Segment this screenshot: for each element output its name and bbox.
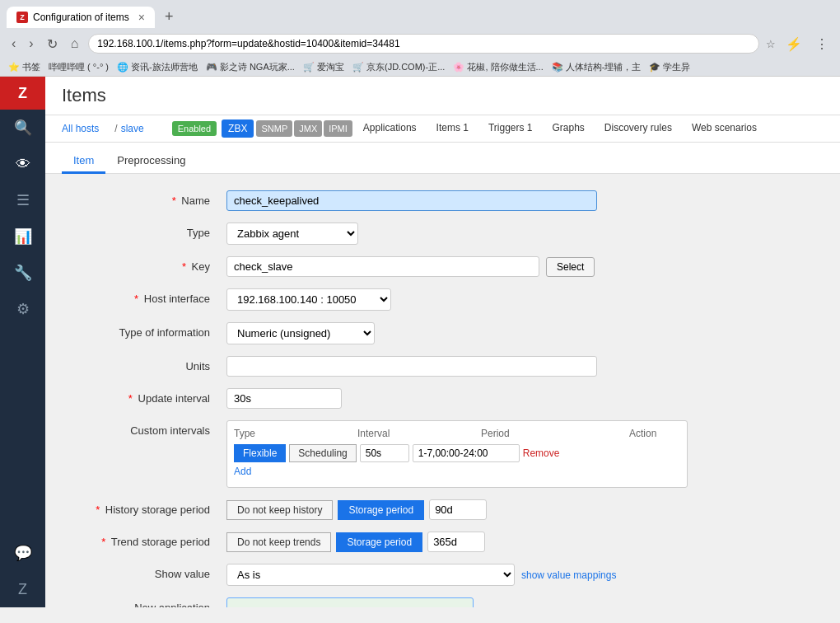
bookmark-7[interactable]: 🌸 花椒, 陪你做生活... [453, 61, 543, 73]
type-label: Type [62, 222, 226, 239]
trend-label: * Trend storage period [62, 532, 226, 548]
show-value-mappings-link[interactable]: show value mappings [521, 569, 616, 581]
menu-button[interactable]: ⋮ [812, 35, 832, 54]
ci-period-input[interactable] [413, 444, 520, 462]
bookmark-4[interactable]: 🎮 影之诗 NGA玩家... [206, 61, 295, 73]
ci-remove-link[interactable]: Remove [523, 447, 560, 459]
new-application-label: New application [62, 597, 226, 607]
bookmark-8[interactable]: 📚 人体结构-埋辅，主 [552, 61, 642, 73]
update-interval-label: * Update interval [62, 388, 226, 405]
ci-header: Type Interval Period Action [234, 428, 680, 439]
bookmark-6[interactable]: 🛒 京东(JD.COM)-正... [352, 61, 445, 73]
sidebar-gear-icon[interactable]: ⚙ [0, 291, 45, 327]
ci-scheduling-button[interactable]: Scheduling [289, 444, 356, 462]
sidebar-chat-icon[interactable]: 💬 [0, 535, 45, 571]
bookmark-3[interactable]: 🌐 资讯-旅法师营地 [117, 61, 198, 73]
sidebar-menu-icon[interactable]: ☰ [0, 182, 45, 218]
nav-tab-items[interactable]: Items 1 [427, 115, 478, 142]
show-value-select[interactable]: As is [226, 564, 515, 586]
nav-tab-web[interactable]: Web scenarios [682, 115, 767, 142]
ci-row-1: Flexible Scheduling Remove [234, 444, 680, 462]
history-storage-button[interactable]: Storage period [338, 500, 424, 520]
breadcrumb-sep: / [114, 123, 117, 134]
type-info-label: Type of information [62, 322, 226, 339]
breadcrumb-all-hosts[interactable]: All hosts [62, 123, 99, 134]
show-value-label: Show value [62, 564, 226, 580]
ci-flexible-button[interactable]: Flexible [234, 444, 286, 462]
custom-intervals-field: Type Interval Period Action Flexible Sch… [226, 420, 824, 488]
nav-tab-snmp[interactable]: SNMP [256, 120, 292, 137]
ci-type-header: Type [234, 428, 357, 439]
sub-tabs: Item Preprocessing [45, 143, 840, 174]
breadcrumb: All hosts / slave [62, 123, 156, 134]
nav-tab-triggers[interactable]: Triggers 1 [478, 115, 543, 142]
back-button[interactable]: ‹ [8, 35, 19, 53]
units-label: Units [62, 356, 226, 372]
sub-tab-item[interactable]: Item [62, 149, 105, 174]
history-no-keep-button[interactable]: Do not keep history [226, 500, 333, 520]
type-select[interactable]: Zabbix agentZabbix agent (active)Simple … [226, 222, 358, 245]
home-button[interactable]: ⌂ [68, 35, 82, 53]
ci-add-row: Add [234, 466, 680, 477]
nav-tabs: All hosts / slave Enabled ZBX SNMP JMX I… [45, 115, 840, 143]
custom-intervals-label: Custom intervals [62, 420, 226, 437]
host-interface-select[interactable]: 192.168.100.140 : 10050 [226, 288, 391, 311]
trend-row: * Trend storage period Do not keep trend… [62, 532, 824, 552]
bookmark-bar: ⭐ 书签 哔哩哔哩 ( °-° ) 🌐 资讯-旅法师营地 🎮 影之诗 NGA玩家… [0, 59, 840, 77]
type-info-field: Numeric (unsigned)Numeric (float)Charact… [226, 322, 824, 344]
tab-favicon: Z [16, 12, 28, 23]
reload-button[interactable]: ↻ [44, 35, 61, 54]
nav-tab-discovery[interactable]: Discovery rules [595, 115, 682, 142]
new-tab-button[interactable]: + [158, 5, 180, 29]
units-row: Units [62, 356, 824, 377]
nav-tab-ipmi[interactable]: IPMI [324, 120, 352, 137]
forward-button[interactable]: › [26, 35, 36, 53]
select-button[interactable]: Select [546, 257, 595, 277]
name-row: * Name [62, 190, 824, 211]
type-field: Zabbix agentZabbix agent (active)Simple … [226, 222, 824, 245]
bookmark-2[interactable]: 哔哩哔哩 ( °-° ) [49, 61, 109, 73]
address-bar[interactable] [88, 34, 759, 54]
nav-tab-applications[interactable]: Applications [353, 115, 427, 142]
page-title: Items [62, 85, 824, 106]
type-info-row: Type of information Numeric (unsigned)Nu… [62, 322, 824, 344]
type-info-select[interactable]: Numeric (unsigned)Numeric (float)Charact… [226, 322, 375, 344]
bookmark-5[interactable]: 🛒 爱淘宝 [303, 61, 344, 73]
trend-no-keep-button[interactable]: Do not keep trends [226, 532, 331, 552]
ci-action-header: Action [629, 428, 680, 439]
ci-interval-input[interactable] [360, 444, 409, 462]
page-header: Items [45, 77, 840, 115]
enabled-badge: Enabled [172, 121, 217, 136]
sub-tab-preprocessing[interactable]: Preprocessing [105, 149, 197, 174]
history-value-input[interactable] [429, 499, 487, 520]
units-input[interactable] [226, 356, 597, 377]
nav-tab-jmx[interactable]: JMX [294, 120, 322, 137]
name-input[interactable] [226, 190, 597, 211]
sidebar-user-icon[interactable]: Z [0, 571, 45, 607]
tab-close-button[interactable]: × [138, 11, 145, 24]
key-row: * Key Select [62, 256, 824, 277]
sidebar-wrench-icon[interactable]: 🔧 [0, 255, 45, 291]
new-application-input[interactable] [226, 597, 474, 607]
host-interface-label: * Host interface [62, 288, 226, 305]
browser-tab[interactable]: Z Configuration of items × [7, 7, 155, 28]
update-interval-field [226, 388, 824, 409]
update-interval-input[interactable] [226, 388, 342, 409]
breadcrumb-slave[interactable]: slave [121, 123, 144, 134]
trend-value-input[interactable] [427, 532, 485, 552]
nav-tab-zbx[interactable]: ZBX [222, 119, 254, 138]
bookmark-1[interactable]: ⭐ 书签 [8, 61, 40, 73]
extensions-button[interactable]: ⚡ [782, 35, 805, 54]
sidebar-logo[interactable]: Z [0, 77, 45, 110]
bookmark-star-icon[interactable]: ☆ [766, 38, 776, 50]
trend-field: Do not keep trends Storage period [226, 532, 824, 552]
sidebar-chart-icon[interactable]: 📊 [0, 218, 45, 255]
key-input[interactable] [226, 256, 539, 277]
sidebar-search-icon[interactable]: 🔍 [0, 110, 45, 146]
ci-add-link[interactable]: Add [234, 466, 251, 477]
trend-storage-button[interactable]: Storage period [336, 532, 422, 552]
sidebar-eye-icon[interactable]: 👁 [0, 146, 45, 182]
bookmark-9[interactable]: 🎓 学生异 [649, 61, 690, 73]
ci-period-header: Period [481, 428, 629, 439]
nav-tab-graphs[interactable]: Graphs [543, 115, 595, 142]
